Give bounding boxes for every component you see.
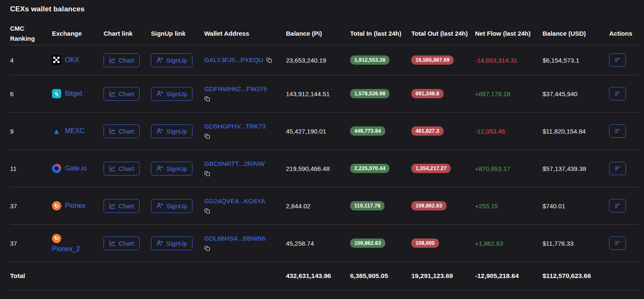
signup-button[interactable]: SignUp [151, 162, 192, 176]
column-header-total-in: Total In (last 24h) [350, 29, 411, 38]
total-in-badge: 1,578,526.98 [350, 89, 390, 98]
actions-filter-button[interactable] [609, 124, 626, 138]
column-header-actions: Actions [609, 29, 639, 38]
cmc-ranking-value: 6 [10, 90, 52, 97]
signup-link-cell: SignUp [151, 236, 204, 250]
chart-link-cell: Chart [104, 199, 151, 213]
exchange-link[interactable]: Gate.io [52, 164, 99, 173]
exchange-link[interactable]: Bitget [52, 89, 99, 98]
exchange-cell: Pionex [52, 201, 104, 210]
copy-icon[interactable] [204, 245, 210, 252]
signup-link-cell: SignUp [151, 87, 204, 101]
exchange-link[interactable]: Pionex [52, 201, 99, 210]
actions-cell [609, 87, 639, 100]
total-row: Total 432,631,143.96 6,385,905.05 19,291… [10, 262, 639, 290]
chart-link-cell: Chart [104, 87, 151, 101]
filter-lines-icon [614, 240, 621, 247]
signup-button[interactable]: SignUp [151, 53, 192, 67]
balance-usd-value: $6,154,573.1 [543, 57, 609, 64]
wallet-address-link[interactable]: GD24QVE4...KG6YA [204, 197, 265, 205]
exchange-link[interactable]: OKX [52, 55, 99, 65]
total-in-cell: 2,225,070.44 [350, 164, 411, 173]
gate-logo-icon [52, 164, 61, 173]
chart-button-label: Chart [119, 240, 134, 247]
signup-button[interactable]: SignUp [151, 199, 192, 213]
signup-button[interactable]: SignUp [151, 236, 192, 250]
actions-cell [609, 124, 639, 138]
wallet-address-cell: GBC6NRTT...2RINW [204, 160, 286, 177]
signup-link-cell: SignUp [151, 53, 204, 67]
chart-button-label: Chart [119, 202, 134, 210]
wallet-address-cell: GD5HGPHV...TRK73 [204, 123, 286, 139]
cmc-ranking-value: 37 [10, 202, 52, 210]
filter-lines-icon [614, 128, 621, 134]
actions-filter-button[interactable] [609, 87, 626, 100]
line-chart-icon [109, 165, 116, 172]
total-out-badge: 109,862.63 [411, 201, 447, 210]
chart-button[interactable]: Chart [104, 53, 140, 67]
copy-icon[interactable] [204, 170, 210, 177]
chart-button[interactable]: Chart [104, 124, 140, 138]
filter-lines-icon [614, 202, 621, 209]
actions-filter-button[interactable] [609, 162, 626, 175]
wallet-address-link[interactable]: GD5HGPHV...TRK73 [204, 123, 266, 130]
column-header-wallet-address: Wallet Address [204, 29, 286, 38]
exchange-cell: Gate.io [52, 164, 104, 173]
chart-button[interactable]: Chart [104, 162, 140, 176]
table-body: 4 OKX Chart [10, 45, 639, 262]
chart-link-cell: Chart [104, 162, 151, 176]
total-out-cell: 1,354,217.27 [411, 164, 475, 173]
signup-button-label: SignUp [166, 202, 187, 210]
copy-icon[interactable] [204, 208, 210, 214]
actions-filter-button[interactable] [609, 199, 626, 212]
total-out-cell: 109,862.63 [411, 201, 475, 210]
copy-icon[interactable] [266, 57, 273, 63]
wallet-address-link[interactable]: GDL66HS4...BBWB6 [204, 235, 265, 242]
chart-button[interactable]: Chart [104, 87, 140, 101]
actions-filter-button[interactable] [609, 53, 626, 67]
column-header-balance-pi: Balance (Pi) [286, 29, 350, 38]
line-chart-icon [109, 128, 116, 134]
table-row: 9 MEXC Chart [10, 113, 639, 150]
total-in-cell: 110,117.78 [350, 201, 411, 210]
exchange-cell: Bitget [52, 89, 104, 98]
chart-button[interactable]: Chart [104, 236, 140, 250]
wallet-address-link[interactable]: GALYJFJ5...PXEQU [204, 56, 263, 64]
wallet-address-link[interactable]: GBC6NRTT...2RINW [204, 160, 265, 168]
line-chart-icon [109, 202, 116, 209]
copy-icon[interactable] [204, 96, 210, 102]
balance-usd-value: $57,137,439.38 [543, 165, 609, 172]
filter-lines-icon [614, 165, 621, 172]
signup-button[interactable]: SignUp [151, 124, 192, 138]
total-out-badge: 1,354,217.27 [411, 164, 451, 173]
copy-icon[interactable] [204, 133, 210, 139]
actions-cell [609, 199, 639, 212]
actions-filter-button[interactable] [609, 236, 626, 250]
signup-link-cell: SignUp [151, 162, 204, 176]
exchange-name: Pionex_2 [52, 245, 80, 253]
wallet-address-link[interactable]: GDFNWH6Z...FWJ75 [204, 85, 267, 93]
chart-link-cell: Chart [104, 124, 151, 138]
table-row: 37 Pionex Chart [10, 187, 639, 225]
signup-button[interactable]: SignUp [151, 87, 192, 101]
exchange-name: Bitget [65, 90, 82, 97]
actions-cell [609, 53, 639, 67]
pionex-logo-icon [52, 234, 61, 243]
bitget-logo-icon [52, 89, 61, 98]
balances-table: CMC Ranking Exchange Chart link SignUp l… [10, 22, 639, 290]
filter-lines-icon [614, 57, 621, 63]
table-header-row: CMC Ranking Exchange Chart link SignUp l… [10, 22, 639, 45]
net-flow-value: +887,178.18 [475, 90, 543, 97]
total-out-cell: 108,000 [411, 239, 475, 248]
chart-button-label: Chart [119, 165, 134, 172]
exchange-link[interactable]: MEXC [52, 126, 99, 136]
chart-link-cell: Chart [104, 53, 151, 67]
table-row: 6 Bitget Chart [10, 75, 639, 113]
cmc-ranking-value: 37 [10, 240, 52, 247]
table-row: 4 OKX Chart [10, 45, 639, 75]
exchange-link[interactable]: Pionex_2 [52, 234, 99, 253]
column-header-signup-link: SignUp link [151, 29, 204, 38]
actions-cell [609, 162, 639, 175]
chart-button[interactable]: Chart [104, 199, 140, 213]
balance-pi-value: 143,912,144.51 [286, 90, 350, 97]
